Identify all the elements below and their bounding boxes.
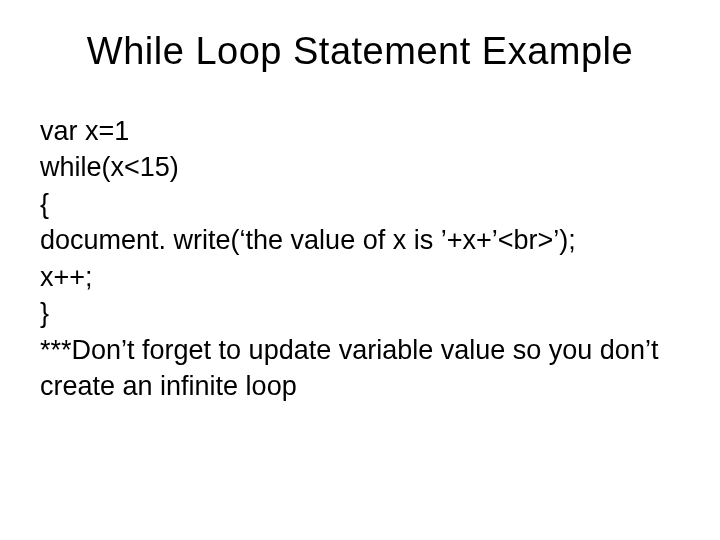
code-line: { <box>40 186 680 222</box>
code-line: x++; <box>40 259 680 295</box>
code-line: var x=1 <box>40 113 680 149</box>
slide: While Loop Statement Example var x=1 whi… <box>0 0 720 540</box>
slide-body: var x=1 while(x<15) { document. write(‘t… <box>40 113 680 405</box>
code-line: ***Don’t forget to update variable value… <box>40 332 680 405</box>
code-line: } <box>40 295 680 331</box>
code-line: document. write(‘the value of x is ’+x+’… <box>40 222 680 258</box>
code-line: while(x<15) <box>40 149 680 185</box>
slide-title: While Loop Statement Example <box>40 30 680 73</box>
